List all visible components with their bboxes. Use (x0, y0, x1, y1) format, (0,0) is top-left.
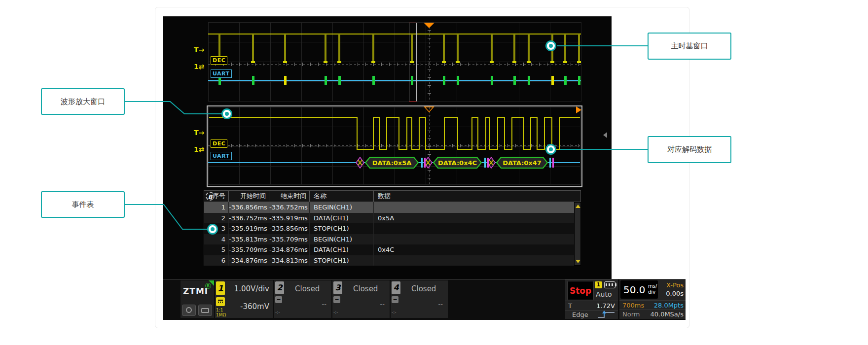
timebase-unit-bottom: div (648, 289, 655, 295)
ch1-pulse-base (512, 61, 516, 63)
ch1-pulse-base (337, 61, 341, 63)
channel3-status: Closed (353, 284, 378, 293)
channel3-coupling: − (333, 296, 340, 303)
callout-event-table: 事件表 (41, 191, 125, 218)
touch-button[interactable] (198, 305, 212, 316)
rising-edge-icon (597, 310, 615, 319)
event-cell (374, 202, 575, 213)
event-cell: BEGIN(CH1) (310, 202, 374, 213)
event-cell: DATA(CH1) (310, 244, 374, 255)
dec-bus-label-zoom[interactable]: DEC (211, 139, 227, 148)
trigger-type: Edge (572, 311, 588, 318)
timebase-scale-box[interactable]: 50.0 ms/ div (620, 280, 658, 299)
channel1-offset: -360mV (240, 302, 269, 311)
ch1-pulse (252, 34, 254, 62)
record-time: 700ms (622, 302, 644, 309)
event-row[interactable]: 1-336.856ms-336.752msBEGIN(CH1) (204, 202, 575, 213)
ch1-pulse-base (527, 61, 531, 63)
decode-mark (578, 76, 580, 85)
decode-mark (325, 76, 327, 85)
header-cell-end-time: 结束时间 (269, 191, 310, 202)
event-cell: 0x5A (374, 213, 575, 224)
callout-zoom-window: 波形放大窗口 (41, 88, 125, 115)
memory-depth: 28.0Mpts (654, 302, 684, 309)
event-cell: -335.813ms (229, 234, 269, 245)
trigger-level-value: 1.72V (596, 302, 615, 310)
event-cell: -335.919ms (229, 223, 269, 234)
header-cell-data: 数据 (374, 191, 580, 202)
trigger-status-panel[interactable]: Stop 1 Auto T 1.72V Edge (565, 279, 618, 319)
event-cell: -336.752ms (269, 202, 310, 213)
run-state-label: Stop (570, 286, 591, 296)
channel4-value: -- (438, 300, 443, 308)
event-cell (374, 255, 575, 266)
anchor-decode-data (545, 144, 556, 155)
callout-main-timebase: 主时基窗口 (648, 33, 731, 60)
ch1-pulse-base (442, 61, 446, 63)
channel2-coupling: − (275, 296, 282, 303)
xpos-value: 0.00s (666, 290, 684, 297)
corner-flag-icon (209, 280, 214, 286)
event-cell: 2 (204, 213, 229, 224)
annotated-oscilloscope-screenshot: T→ DEC 1⇄ UART T→ DEC 1⇄ UART B 序号 开始时间 … (0, 0, 868, 345)
event-table-body: 1-336.856ms-336.752msBEGIN(CH1)2-336.752… (204, 202, 575, 266)
channel2-probe: -:- (275, 310, 280, 315)
trigger-level-label: T (568, 302, 572, 310)
scroll-up-arrow[interactable] (576, 205, 580, 208)
channel2-value: -- (322, 300, 326, 308)
channel4-block[interactable]: 4 Closed − -:- -- (391, 280, 448, 318)
channel1-block[interactable]: 1 1:1 1MΩ 1.00V/div -360mV (215, 280, 273, 318)
ch1-pulse (491, 34, 493, 62)
ch1-pulse-base (550, 61, 554, 63)
timebase-scale: 50.0 (623, 284, 646, 296)
xpos-label: X-Pos (666, 281, 684, 289)
event-cell: -336.856ms (229, 202, 269, 213)
zoom-region-indicator[interactable] (409, 23, 417, 102)
ch1-pulse (457, 34, 459, 62)
side-panel-collapse-arrow[interactable] (603, 132, 607, 138)
decode-mark (457, 76, 459, 85)
decode-mark (528, 76, 530, 85)
ch1-pulse (338, 34, 340, 62)
trigger-level-label-zoom: T→ (194, 129, 204, 137)
channel4-status: Closed (411, 284, 436, 293)
dec-bus-label-main[interactable]: DEC (211, 56, 227, 65)
timebase-panel[interactable]: 50.0 ms/ div X-Pos 0.00s 700ms 28.0Mpts … (619, 279, 686, 319)
channel3-value: -- (380, 300, 385, 308)
channel3-block[interactable]: 3 Closed − -:- -- (332, 280, 390, 318)
event-table-scrollbar[interactable] (574, 202, 581, 266)
event-row[interactable]: 5-335.709ms-334.876msDATA(CH1)0x4C (204, 244, 575, 255)
channel1-impedance: 1MΩ (216, 312, 226, 317)
decode-mark (564, 76, 567, 85)
anchor-zoom-window (221, 108, 232, 119)
ch1-pulse-base (283, 61, 287, 63)
gesture-button[interactable] (182, 305, 196, 316)
uart-decode-line-zoom (208, 162, 580, 163)
event-cell: STOP(CH1) (310, 223, 374, 234)
event-cell: 5 (204, 244, 229, 255)
channel2-status: Closed (295, 284, 320, 293)
event-table-header: B 序号 开始时间 结束时间 名称 数据 (204, 190, 581, 202)
uart-protocol-label-zoom[interactable]: UART (211, 152, 232, 160)
callout-decode-data: 对应解码数据 (648, 136, 731, 163)
event-row[interactable]: 3-335.919ms-335.856msSTOP(CH1) (204, 223, 575, 234)
event-row[interactable]: 2-336.752ms-335.919msDATA(CH1)0x5A (204, 213, 575, 224)
brand-logo: ZTMI (183, 286, 208, 296)
decode-mark (551, 76, 554, 85)
event-row[interactable]: 4-335.813ms-335.709msBEGIN(CH1) (204, 234, 575, 245)
ch1-offset-label-zoom: 1⇄ (194, 145, 204, 153)
timebase-unit-top: ms/ (648, 283, 657, 289)
trigger-sweep-mode: Auto (596, 290, 612, 298)
ch1-pulse-base (456, 61, 460, 63)
event-cell: -335.856ms (269, 223, 310, 234)
ch1-pulse (564, 34, 566, 62)
touchpad-icon (201, 308, 209, 313)
scroll-down-arrow[interactable] (576, 260, 580, 263)
uart-protocol-label-main[interactable]: UART (211, 69, 232, 78)
channel2-block[interactable]: 2 Closed − -:- -- (274, 280, 331, 318)
event-cell: -334.876ms (229, 255, 269, 266)
run-state-box[interactable]: Stop (567, 281, 594, 300)
channel2-badge: 2 (275, 281, 284, 294)
event-row[interactable]: 6-334.876ms-334.813msSTOP(CH1) (204, 255, 575, 266)
event-cell: DATA(CH1) (310, 213, 374, 224)
